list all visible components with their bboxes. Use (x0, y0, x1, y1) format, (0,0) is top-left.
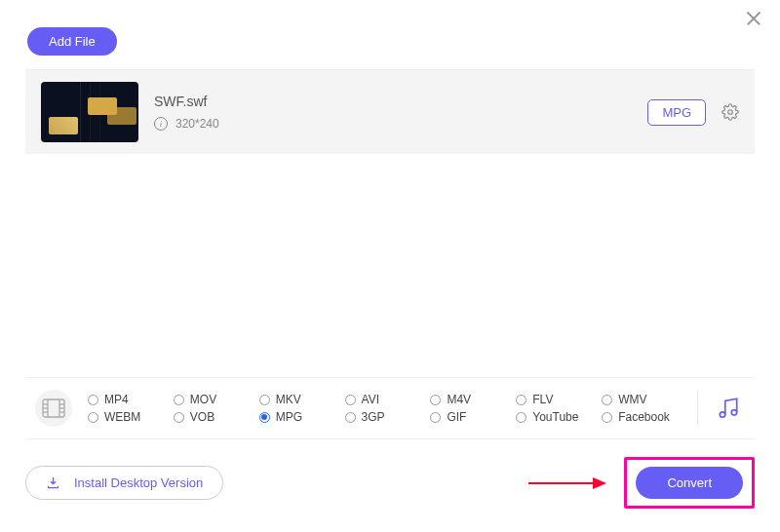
format-label: WMV (618, 393, 646, 406)
format-option-m4v[interactable]: M4V (430, 393, 508, 406)
format-label: VOB (190, 410, 214, 424)
format-label: MOV (190, 393, 216, 406)
format-option-mov[interactable]: MOV (174, 393, 252, 406)
format-option-flv[interactable]: FLV (516, 393, 594, 406)
format-label: MP4 (104, 393, 129, 406)
bottom-section: MP4MOVMKVAVIM4VFLVWMVWEBMVOBMPG3GPGIFYou… (0, 377, 780, 532)
radio-icon (174, 412, 184, 423)
file-name: SWF.swf (154, 94, 632, 109)
radio-icon (602, 412, 612, 423)
radio-icon (88, 412, 98, 423)
format-label: MKV (276, 393, 301, 406)
format-option-3gp[interactable]: 3GP (345, 410, 423, 424)
annotation-highlight: Convert (624, 457, 755, 509)
radio-icon (602, 395, 612, 405)
radio-icon (259, 412, 270, 423)
format-option-webm[interactable]: WEBM (88, 410, 166, 424)
radio-icon (430, 412, 441, 423)
radio-icon (174, 395, 184, 405)
format-option-mkv[interactable]: MKV (259, 393, 337, 406)
video-category-icon[interactable] (35, 390, 72, 427)
format-label: FLV (532, 393, 553, 406)
svg-point-11 (731, 410, 736, 415)
radio-icon (259, 395, 270, 405)
radio-icon (516, 412, 526, 423)
gear-icon[interactable] (722, 103, 739, 121)
format-option-mpg[interactable]: MPG (259, 410, 337, 424)
format-label: M4V (447, 393, 471, 406)
format-label: WEBM (104, 410, 140, 424)
download-icon (46, 475, 60, 490)
divider (697, 391, 698, 426)
svg-point-10 (720, 412, 724, 417)
install-desktop-button[interactable]: Install Desktop Version (25, 466, 223, 500)
format-label: GIF (447, 410, 466, 424)
annotation-arrow (528, 482, 604, 484)
file-row: SWF.swf i 320*240 MPG (25, 70, 755, 154)
file-thumbnail (41, 82, 138, 142)
file-info: SWF.swf i 320*240 (154, 94, 632, 131)
format-label: Facebook (618, 410, 670, 424)
format-panel: MP4MOVMKVAVIM4VFLVWMVWEBMVOBMPG3GPGIFYou… (25, 377, 755, 439)
output-format-button[interactable]: MPG (647, 99, 706, 126)
info-icon[interactable]: i (154, 117, 168, 131)
file-resolution: 320*240 (176, 117, 219, 131)
format-label: 3GP (362, 410, 385, 424)
radio-icon (430, 395, 441, 405)
format-label: AVI (362, 393, 379, 406)
file-list: SWF.swf i 320*240 MPG (25, 69, 755, 154)
install-desktop-label: Install Desktop Version (74, 475, 203, 490)
radio-icon (516, 395, 526, 405)
format-option-avi[interactable]: AVI (345, 393, 423, 406)
radio-icon (345, 412, 356, 423)
format-option-youtube[interactable]: YouTube (516, 410, 594, 424)
format-option-mp4[interactable]: MP4 (88, 393, 166, 406)
format-option-gif[interactable]: GIF (430, 410, 508, 424)
add-file-button[interactable]: Add File (27, 27, 117, 56)
svg-point-0 (728, 110, 733, 115)
format-grid: MP4MOVMKVAVIM4VFLVWMVWEBMVOBMPG3GPGIFYou… (88, 393, 680, 424)
radio-icon (345, 395, 356, 405)
format-option-vob[interactable]: VOB (174, 410, 252, 424)
format-label: MPG (276, 410, 302, 424)
action-row: Install Desktop Version Convert (0, 439, 780, 532)
convert-button[interactable]: Convert (636, 467, 743, 499)
format-option-facebook[interactable]: Facebook (602, 410, 680, 424)
format-option-wmv[interactable]: WMV (602, 393, 680, 406)
close-icon[interactable] (745, 10, 762, 27)
file-meta: i 320*240 (154, 117, 632, 131)
radio-icon (88, 395, 98, 405)
format-label: YouTube (532, 410, 578, 424)
music-icon[interactable] (716, 396, 741, 421)
